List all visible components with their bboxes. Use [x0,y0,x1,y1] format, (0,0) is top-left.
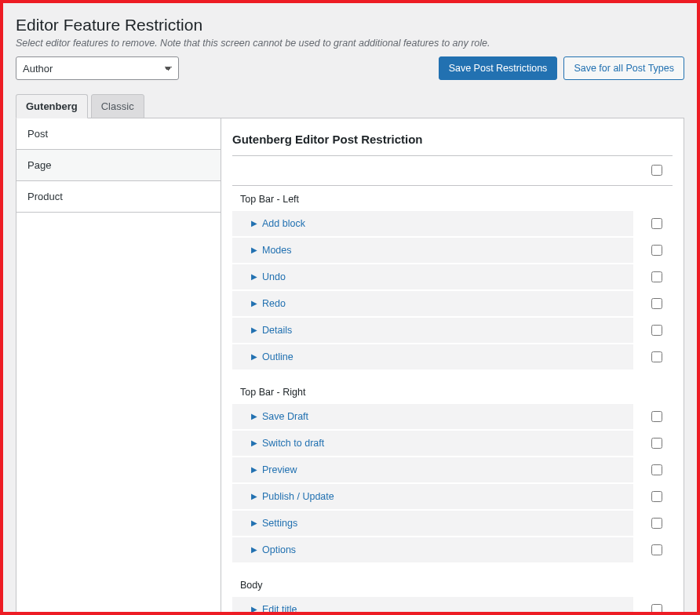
caret-icon: ▶ [251,492,257,500]
editor-tabs: Gutenberg Classic [16,94,684,118]
restriction-table: Top Bar - Left ▶Add block ▶Modes ▶Undo ▶… [232,155,673,612]
feature-checkbox[interactable] [651,411,662,422]
feature-row[interactable]: ▶Modes [232,238,633,263]
feature-label: Settings [262,518,297,529]
main-panel: Post Page Product Gutenberg Editor Post … [16,118,684,612]
feature-row[interactable]: ▶Preview [232,457,633,482]
feature-row[interactable]: ▶Undo [232,264,633,289]
feature-checkbox[interactable] [651,271,662,282]
caret-icon: ▶ [251,545,257,554]
feature-row[interactable]: ▶Save Draft [232,404,633,429]
content-heading: Gutenberg Editor Post Restriction [232,133,673,146]
sidebar-item-product[interactable]: Product [16,181,221,213]
feature-label: Add block [262,218,305,229]
tab-gutenberg[interactable]: Gutenberg [16,94,88,118]
feature-label: Undo [262,271,286,282]
content-area: Gutenberg Editor Post Restriction Top Ba… [221,118,684,612]
caret-icon: ▶ [251,519,257,527]
toolbar: Author Save Post Restrictions Save for a… [16,56,684,80]
feature-row[interactable]: ▶Redo [232,291,633,316]
feature-row[interactable]: ▶Edit title [232,597,633,612]
feature-checkbox[interactable] [651,518,662,529]
feature-label: Redo [262,298,286,309]
feature-checkbox[interactable] [651,218,662,229]
caret-icon: ▶ [251,272,257,281]
page-description: Select editor features to remove. Note t… [16,38,684,49]
feature-row[interactable]: ▶Publish / Update [232,484,633,509]
save-post-restrictions-button[interactable]: Save Post Restrictions [439,56,558,80]
caret-icon: ▶ [251,352,257,361]
feature-checkbox[interactable] [651,438,662,449]
select-all-checkbox[interactable] [651,165,662,176]
section-label: Top Bar - Right [232,379,673,404]
feature-label: Modes [262,245,292,256]
section-label: Body [232,572,673,597]
feature-row[interactable]: ▶Settings [232,511,633,536]
sidebar-item-post[interactable]: Post [16,118,221,150]
feature-label: Options [262,544,296,555]
feature-row[interactable]: ▶Switch to draft [232,431,633,456]
feature-label: Outline [262,351,293,362]
feature-checkbox[interactable] [651,325,662,336]
caret-icon: ▶ [251,412,257,420]
caret-icon: ▶ [251,246,257,254]
feature-label: Publish / Update [262,491,334,502]
feature-checkbox[interactable] [651,544,662,555]
feature-label: Save Draft [262,411,308,422]
feature-checkbox[interactable] [651,491,662,502]
feature-checkbox[interactable] [651,245,662,256]
tab-classic[interactable]: Classic [91,94,144,118]
feature-checkbox[interactable] [651,604,662,612]
feature-row[interactable]: ▶Details [232,318,633,343]
feature-label: Preview [262,464,297,475]
caret-icon: ▶ [251,219,257,227]
section-label: Top Bar - Left [232,186,673,211]
feature-row[interactable]: ▶Add block [232,211,633,236]
feature-label: Switch to draft [262,438,324,449]
save-all-post-types-button[interactable]: Save for all Post Types [563,56,684,80]
sidebar-item-page[interactable]: Page [16,150,221,181]
caret-icon: ▶ [251,465,257,474]
feature-checkbox[interactable] [651,351,662,362]
feature-label: Edit title [262,604,297,612]
page-title: Editor Feature Restriction [16,16,684,35]
feature-row[interactable]: ▶Options [232,537,633,562]
feature-label: Details [262,325,292,336]
role-select[interactable]: Author [16,56,179,80]
feature-checkbox[interactable] [651,298,662,309]
caret-icon: ▶ [251,605,257,612]
caret-icon: ▶ [251,439,257,447]
feature-checkbox[interactable] [651,464,662,475]
caret-icon: ▶ [251,326,257,334]
caret-icon: ▶ [251,299,257,308]
feature-row[interactable]: ▶Outline [232,344,633,369]
header-spacer [232,155,633,186]
post-type-sidebar: Post Page Product [16,118,221,612]
